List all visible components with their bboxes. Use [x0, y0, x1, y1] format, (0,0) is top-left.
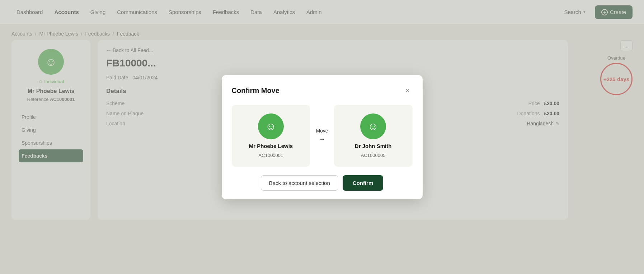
from-account-person-icon: ☺ — [265, 120, 277, 133]
confirm-button[interactable]: Confirm — [343, 175, 384, 191]
modal-body: ☺ Mr Phoebe Lewis AC1000001 Move → ☺ Dr … — [232, 105, 413, 167]
modal-title: Confirm Move — [232, 87, 279, 95]
to-account-avatar: ☺ — [360, 113, 386, 139]
from-account-id: AC1000001 — [259, 153, 283, 158]
to-account-id: AC1000005 — [361, 153, 386, 158]
from-account-card: ☺ Mr Phoebe Lewis AC1000001 — [232, 105, 310, 167]
modal-header: Confirm Move × — [232, 85, 413, 96]
from-account-name: Mr Phoebe Lewis — [249, 143, 293, 149]
move-arrow-icon: → — [319, 136, 325, 143]
modal-footer: Back to account selection Confirm — [232, 175, 413, 191]
move-arrow-container: Move → — [310, 105, 334, 167]
modal-overlay: Confirm Move × ☺ Mr Phoebe Lewis AC10000… — [0, 0, 644, 274]
from-account-avatar: ☺ — [258, 113, 284, 139]
modal-close-button[interactable]: × — [403, 85, 413, 96]
to-account-card: ☺ Dr John Smith AC1000005 — [334, 105, 413, 167]
back-to-selection-button[interactable]: Back to account selection — [261, 175, 338, 191]
to-account-name: Dr John Smith — [355, 143, 392, 149]
to-account-person-icon: ☺ — [368, 120, 379, 133]
confirm-move-modal: Confirm Move × ☺ Mr Phoebe Lewis AC10000… — [222, 75, 423, 199]
move-label: Move — [316, 128, 328, 134]
